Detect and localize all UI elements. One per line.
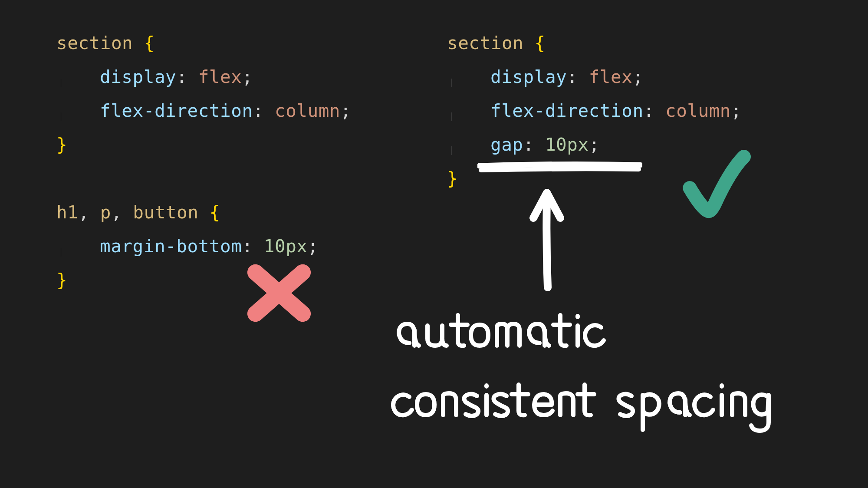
token-semi: ; [308, 236, 319, 257]
token-comma: , [78, 202, 100, 223]
token-prop: gap [490, 134, 523, 155]
token-prop: flex-direction [100, 100, 253, 121]
token-num: 10 [264, 236, 286, 257]
token-val: column [665, 100, 731, 121]
check-icon [681, 148, 751, 221]
token-brace-open: { [133, 33, 155, 53]
arrow-up-icon [527, 187, 566, 291]
token-selector: section [56, 33, 133, 53]
underline-annotation [477, 161, 642, 174]
token-colon: : [644, 100, 665, 121]
token-semi: ; [589, 134, 600, 155]
token-colon: : [253, 100, 275, 121]
token-num: 10 [545, 134, 567, 155]
cross-icon [242, 256, 316, 330]
token-selector: button [133, 202, 198, 223]
token-brace-close: } [56, 134, 67, 155]
token-brace-close: } [447, 168, 458, 189]
token-semi: ; [340, 100, 351, 121]
token-colon: : [176, 66, 198, 87]
token-brace-open: { [523, 33, 545, 53]
token-val: flex [589, 66, 633, 87]
token-prop: display [490, 66, 567, 87]
token-comma: , [111, 202, 133, 223]
token-prop: margin-bottom [100, 236, 242, 257]
token-brace-close: } [56, 270, 67, 290]
token-val: column [275, 100, 340, 121]
token-semi: ; [731, 100, 742, 121]
token-val: flex [198, 66, 242, 87]
slide-canvas: section { display: flex; flex-direction:… [0, 0, 868, 488]
token-colon: : [567, 66, 589, 87]
token-semi: ; [242, 66, 253, 87]
token-selector: p [100, 202, 111, 223]
token-prop: flex-direction [490, 100, 644, 121]
token-semi: ; [632, 66, 643, 87]
token-prop: display [100, 66, 176, 87]
token-unit: px [286, 236, 307, 257]
token-colon: : [242, 236, 263, 257]
token-unit: px [567, 134, 589, 155]
caption-handwriting: .hw { fill:none; stroke:#ffffff; stroke-… [388, 300, 835, 456]
token-brace-open: { [198, 202, 220, 223]
token-selector: section [447, 33, 523, 53]
token-selector: h1 [56, 202, 78, 223]
token-colon: : [523, 134, 545, 155]
